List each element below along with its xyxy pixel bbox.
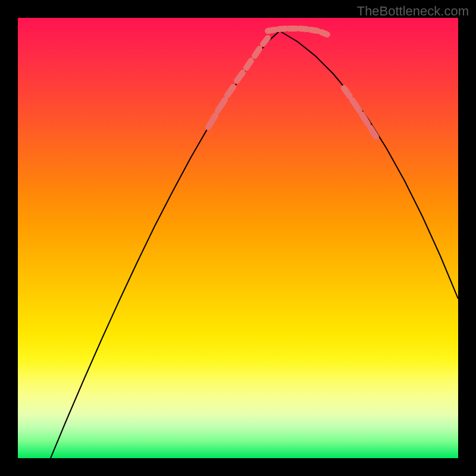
- dash-segment: [352, 100, 359, 111]
- dash-segment: [311, 30, 318, 31]
- dash-segment: [255, 49, 259, 56]
- dash-segment: [208, 115, 215, 127]
- dash-segment: [344, 88, 350, 96]
- chart-svg: [18, 18, 458, 458]
- dash-segment: [237, 73, 243, 81]
- chart-container: [18, 18, 458, 458]
- dash-segment: [263, 38, 268, 44]
- dash-segment: [278, 29, 286, 29]
- dash-segment: [227, 87, 233, 95]
- dash-segment: [321, 32, 327, 35]
- dash-segment: [362, 114, 368, 124]
- dash-segment: [246, 61, 251, 68]
- dash-segment: [218, 100, 225, 111]
- highlight-dashes: [208, 29, 376, 137]
- bottleneck-curve-right: [280, 31, 458, 299]
- dash-segment: [370, 127, 376, 137]
- dash-segment: [268, 30, 275, 31]
- dash-segment: [300, 29, 307, 29]
- bottleneck-curve-left: [51, 31, 280, 458]
- watermark-text: TheBottleneck.com: [357, 4, 469, 19]
